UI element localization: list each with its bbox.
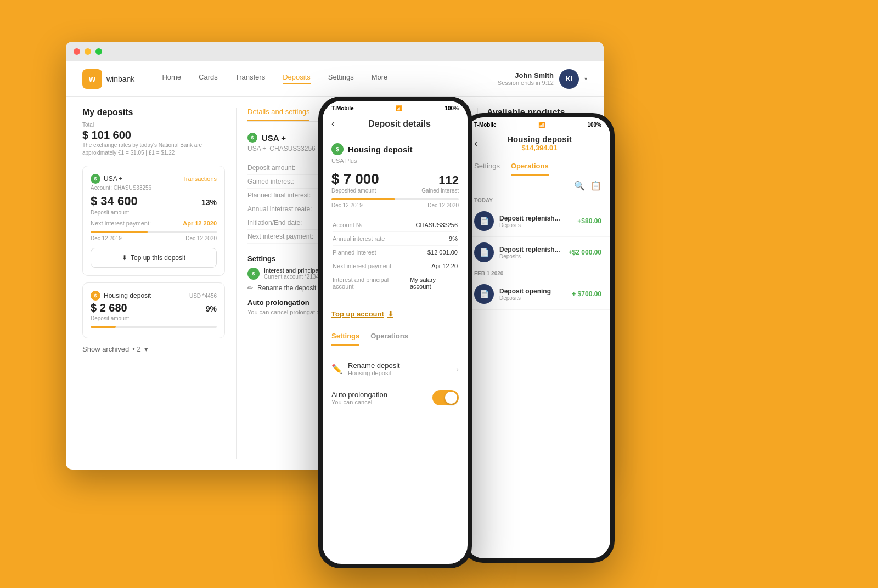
- phone-left-title: Deposit details: [340, 119, 459, 129]
- phone-tab-operations[interactable]: Operations: [370, 332, 408, 346]
- total-amount: $ 101 600: [82, 129, 225, 142]
- deposit-detail-card: $ Housing deposit USA Plus $ 7 000 Depos…: [323, 134, 468, 303]
- nav-transfers[interactable]: Transfers: [235, 73, 265, 84]
- detail-icon-left: $: [331, 143, 344, 155]
- back-button-left[interactable]: ‹: [331, 118, 335, 129]
- deposit-card-housing: $ Housing deposit USD *4456 $ 2 680 9% D…: [82, 282, 225, 338]
- usa-next-payment: Next interest payment: Apr 12 2020: [91, 220, 217, 227]
- deposits-sidebar: My deposits Total $ 101 600 The exchange…: [82, 108, 225, 459]
- chevron-down-icon[interactable]: ▾: [584, 76, 587, 82]
- exchange-note: The exchange rates by today's National B…: [82, 142, 225, 157]
- rename-left: ✏️ Rename deposit Housing deposit: [331, 361, 400, 376]
- filter-icon[interactable]: 📋: [590, 180, 601, 191]
- edit-icon: ✏: [247, 284, 253, 292]
- info-row-1: Annual interest rate 9%: [333, 232, 458, 246]
- tx-name-1: Deposit replenish...: [499, 246, 563, 253]
- minimize-dot[interactable]: [85, 48, 91, 55]
- toggle-knob: [445, 392, 457, 404]
- next-payment-label: Next interest payment:: [91, 220, 151, 227]
- deposits-title: My deposits: [82, 108, 225, 117]
- rename-label: Rename the deposit: [257, 284, 316, 292]
- rename-text-group: Rename deposit Housing deposit: [348, 361, 400, 376]
- toggle-switch[interactable]: [432, 390, 459, 405]
- right-header-row: ‹ Housing deposit $14,394.01: [465, 130, 610, 156]
- op-tab-operations[interactable]: Operations: [511, 156, 549, 176]
- rename-setting[interactable]: ✏️ Rename deposit Housing deposit ›: [331, 355, 459, 383]
- nav-more[interactable]: More: [372, 73, 388, 84]
- auto-prolongation-sub: You can cancel: [331, 399, 387, 405]
- detail-name-row: $ Housing deposit: [331, 143, 459, 155]
- housing-amount-row: $ 2 680 9%: [91, 302, 217, 314]
- tx-item-1: 📄 Deposit replenish... Deposits +$2 000.…: [465, 237, 610, 268]
- phone-left-status: T-Mobile 📶 100%: [323, 101, 468, 114]
- signal-icon-right: 📶: [538, 122, 545, 128]
- settings-list: ✏️ Rename deposit Housing deposit › Auto…: [323, 346, 468, 421]
- deposited-col: $ 7 000 Deposited amount: [331, 171, 379, 194]
- interest-icon: $: [247, 268, 260, 280]
- search-icon[interactable]: 🔍: [574, 180, 585, 191]
- user-name: John Smith: [498, 71, 554, 80]
- nav-home[interactable]: Home: [162, 73, 181, 84]
- maximize-dot[interactable]: [95, 48, 102, 55]
- session-info: Session ends in 9:12: [498, 80, 554, 86]
- usa-date-end: Dec 12 2020: [185, 235, 217, 241]
- progress-dates: Dec 12 2019 Dec 12 2020: [331, 198, 459, 208]
- housing-name-row: $ Housing deposit: [91, 291, 151, 301]
- tx-icon-2: 📄: [474, 284, 494, 304]
- left-date-end: Dec 12 2020: [427, 202, 459, 208]
- top-up-button[interactable]: ⬇ Top up this deposit: [91, 248, 217, 268]
- tx-sub-2: Deposits: [499, 295, 566, 301]
- big-amount: $ 7 000: [331, 171, 379, 188]
- nav-bar: w winbank Home Cards Transfers Deposits …: [66, 61, 604, 97]
- phone-tab-settings[interactable]: Settings: [331, 332, 359, 346]
- tx-icon-1: 📄: [474, 242, 494, 262]
- housing-account-badge: USD *4456: [189, 293, 217, 299]
- tx-sub-0: Deposits: [499, 222, 572, 228]
- left-progress-fill: [331, 198, 395, 200]
- op-tab-settings[interactable]: Settings: [474, 156, 500, 176]
- housing-progress-bg: [91, 326, 217, 328]
- usa-rate: 13%: [201, 198, 217, 207]
- housing-card-header: $ Housing deposit USD *4456: [91, 291, 217, 301]
- transactions-link[interactable]: Transactions: [182, 176, 217, 182]
- battery-right: 100%: [587, 122, 601, 128]
- deposit-card-usa: $ USA + Transactions Account: CHASUS3325…: [82, 166, 225, 276]
- amount-label: Deposited amount: [331, 188, 379, 194]
- top-up-label: Top up this deposit: [131, 254, 185, 262]
- edit-icon-phone: ✏️: [331, 364, 342, 374]
- usa-date-row: Dec 12 2019 Dec 12 2020: [91, 235, 217, 241]
- info-row-2: Planned interest $12 001.00: [333, 246, 458, 259]
- nav-settings[interactable]: Settings: [328, 73, 354, 84]
- phone-left-header: ‹ Deposit details: [323, 114, 468, 134]
- housing-label: Deposit amount: [91, 315, 217, 321]
- tab-details-settings[interactable]: Details and settings: [247, 108, 309, 121]
- tx-item-0: 📄 Deposit replenish... Deposits +$80.00: [465, 206, 610, 237]
- close-dot[interactable]: [74, 48, 80, 55]
- tx-icon-0: 📄: [474, 211, 494, 231]
- info-row-4: Interest and principal account My salary…: [333, 273, 458, 293]
- housing-name: Housing deposit: [104, 292, 151, 299]
- total-label: Total: [82, 122, 225, 128]
- operations-tabs: Settings Operations: [465, 156, 610, 176]
- download-icon-phone: ⬇: [387, 310, 393, 318]
- phone-right-screen: T-Mobile 📶 100% ‹ Housing deposit $14,39…: [465, 117, 610, 558]
- signal-icon: 📶: [396, 105, 402, 111]
- right-amount: $14,394.01: [477, 144, 601, 152]
- nav-links: Home Cards Transfers Deposits Settings M…: [162, 73, 497, 84]
- usa-amount: $ 34 600: [91, 194, 138, 208]
- detail-sub: USA Plus: [331, 157, 459, 164]
- search-row: 🔍 📋: [465, 176, 610, 195]
- tx-name-0: Deposit replenish...: [499, 214, 572, 222]
- left-progress-bg: [331, 198, 459, 200]
- top-up-link[interactable]: Top up account ⬇: [323, 303, 468, 325]
- housing-amount: $ 2 680: [91, 302, 127, 314]
- show-archived[interactable]: Show archived • 2 ▾: [82, 345, 225, 353]
- usa-icon: $: [91, 174, 100, 184]
- nav-deposits[interactable]: Deposits: [283, 73, 311, 84]
- user-info: John Smith Session ends in 9:12: [498, 71, 554, 86]
- browser-titlebar: [66, 42, 604, 61]
- detail-icon: $: [247, 133, 257, 143]
- brand-name: winbank: [106, 75, 134, 83]
- tx-amount-0: +$80.00: [577, 217, 601, 225]
- nav-cards[interactable]: Cards: [199, 73, 218, 84]
